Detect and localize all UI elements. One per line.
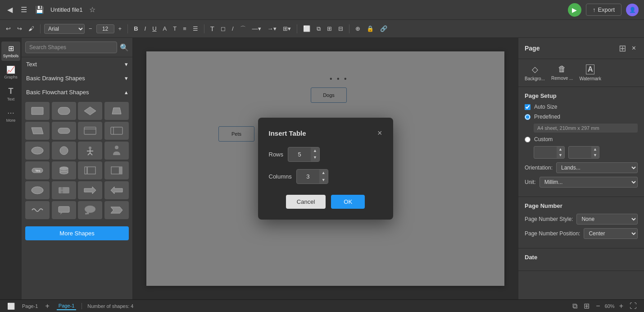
shape-item-frame1[interactable] (78, 161, 102, 179)
stroke-button[interactable]: / (230, 24, 236, 33)
unit-select[interactable]: Millim... Inches Pixels (540, 177, 638, 188)
run-button[interactable]: ▶ (568, 3, 581, 17)
shape-item-frame2[interactable] (104, 161, 129, 179)
modal-close-button[interactable]: × (377, 128, 382, 138)
sidebar-item-graphs[interactable]: 📈 Graphs (1, 63, 20, 82)
undo-button[interactable]: ↩ (4, 24, 13, 33)
line-style-button[interactable]: —▾ (250, 24, 263, 33)
redo-button[interactable]: ↪ (15, 24, 24, 33)
font-color-button[interactable]: A (161, 24, 169, 33)
add-page-button[interactable]: + (43, 300, 51, 312)
sidebar-item-text[interactable]: T Text (1, 84, 20, 104)
width-decrement-button[interactable]: ▼ (557, 152, 564, 158)
fill-button[interactable]: ◻ (218, 24, 228, 33)
arrow-style-button[interactable]: →▾ (265, 24, 279, 33)
ok-button[interactable]: OK (331, 195, 365, 209)
lock-button[interactable]: 🔒 (364, 24, 376, 33)
auto-size-checkbox[interactable] (525, 104, 531, 110)
shape-item-arrow-right[interactable] (78, 181, 102, 199)
canvas-area[interactable]: • • • Dogs Pets Insert Table × Rows (133, 38, 518, 299)
more-shapes-button[interactable]: More Shapes (25, 226, 129, 240)
underline-button[interactable]: U (150, 24, 159, 33)
shape-item-yes-no[interactable]: Yes (25, 161, 50, 179)
export-button[interactable]: ↑ Export (586, 4, 621, 16)
shape-item-diamond[interactable] (78, 102, 102, 120)
shape-item-callout[interactable] (52, 201, 76, 219)
orientation-select[interactable]: Lands... Portrait (556, 162, 638, 173)
shape-item-tape[interactable] (52, 181, 76, 199)
menu-button[interactable]: ☰ (19, 4, 29, 16)
layer-button[interactable]: ⧉ (314, 24, 323, 34)
container-button[interactable]: ⬜ (301, 24, 313, 33)
sidebar-item-more[interactable]: ⋯ More (1, 106, 20, 125)
connector-button[interactable]: ⌒ (238, 23, 248, 34)
more-opts-button[interactable]: ⊞▾ (281, 24, 293, 33)
rows-input[interactable]: 5 (288, 149, 311, 160)
shape-item-bubble[interactable] (78, 201, 102, 219)
text-edit-button[interactable]: T (208, 23, 217, 34)
shape-item-person[interactable] (78, 142, 102, 160)
avatar[interactable]: 👤 (626, 4, 639, 16)
cancel-button[interactable]: Cancel (286, 195, 326, 209)
bold-button[interactable]: B (132, 24, 140, 33)
align-button[interactable]: ≡ (181, 24, 189, 33)
fit-button[interactable]: ⊞ (582, 300, 591, 312)
custom-radio[interactable] (525, 137, 531, 142)
width-input[interactable]: 210 (534, 148, 557, 157)
transform-button[interactable]: ⊕ (353, 24, 363, 33)
shape-item-cylinder[interactable] (52, 161, 76, 179)
page-number-style-select[interactable]: None 1, 2, 3 i, ii, iii (576, 214, 638, 225)
watermark-action[interactable]: A Watermark (579, 64, 601, 81)
background-action[interactable]: ◇ Backgro... (525, 64, 545, 81)
predefined-radio[interactable] (525, 114, 531, 120)
shape-item-striped[interactable] (104, 122, 129, 140)
shape-item-oval[interactable] (25, 181, 50, 199)
font-family-select[interactable]: Arial Helvetica Times New Roman (44, 24, 85, 34)
shape-item-stadium[interactable] (52, 122, 76, 140)
page-number-position-select[interactable]: Center Left Right (584, 228, 638, 239)
font-size-inc-button[interactable]: + (116, 24, 124, 33)
zoom-out-button[interactable]: − (594, 300, 602, 312)
delete-button[interactable]: ⊟ (336, 24, 345, 33)
list-button[interactable]: ☰ (190, 24, 200, 33)
toggle-sidebar-button[interactable]: ⬜ (5, 301, 17, 312)
height-decrement-button[interactable]: ▼ (591, 152, 599, 158)
rows-decrement-button[interactable]: ▼ (311, 154, 319, 161)
width-increment-button[interactable]: ▲ (557, 147, 564, 152)
search-input[interactable] (25, 41, 117, 53)
height-input[interactable]: 297 (569, 148, 591, 157)
columns-increment-button[interactable]: ▲ (319, 170, 328, 177)
columns-input[interactable]: 3 (297, 171, 319, 182)
shape-item-chevron[interactable] (104, 201, 129, 219)
rows-increment-button[interactable]: ▲ (311, 147, 319, 155)
table-button[interactable]: ⊞ (325, 24, 334, 33)
shape-item-arrow-left[interactable] (104, 181, 129, 199)
link-button[interactable]: 🔗 (378, 24, 390, 33)
basic-drawing-section-header[interactable]: Basic Drawing Shapes ▾ (22, 71, 132, 85)
back-button[interactable]: ◀ (5, 4, 14, 16)
height-increment-button[interactable]: ▲ (591, 147, 599, 152)
font-size-dec-button[interactable]: − (86, 24, 95, 33)
shape-item-trapezoid[interactable] (104, 102, 129, 120)
shape-item-double-bar[interactable] (78, 122, 102, 140)
paint-button[interactable]: 🖌 (26, 24, 36, 33)
shape-item-wave[interactable] (25, 201, 50, 219)
layers-button[interactable]: ⧉ (571, 300, 579, 312)
shape-item-ellipse[interactable] (25, 142, 50, 160)
star-button[interactable]: ☆ (87, 4, 97, 16)
fullscreen-button[interactable]: ⛶ (628, 300, 639, 312)
shape-item-rect[interactable] (25, 102, 50, 120)
italic-button[interactable]: I (142, 24, 149, 33)
basic-flowchart-section-header[interactable]: Basic Flowchart Shapes ▴ (22, 85, 132, 99)
text-style-button[interactable]: T (171, 24, 179, 33)
sidebar-item-symbols[interactable]: ⊞ Symbols (1, 41, 20, 61)
zoom-in-button[interactable]: + (617, 300, 625, 312)
columns-decrement-button[interactable]: ▼ (319, 177, 328, 184)
text-section-header[interactable]: Text ▾ (22, 57, 132, 71)
shape-item-rounded-rect[interactable] (52, 102, 76, 120)
shape-item-person2[interactable] (104, 142, 129, 160)
remove-action[interactable]: 🗑 Remove ... (551, 64, 573, 81)
shape-item-parallelogram[interactable] (25, 122, 50, 140)
font-size-input[interactable] (96, 24, 114, 33)
right-panel-close-button[interactable]: × (630, 42, 638, 54)
